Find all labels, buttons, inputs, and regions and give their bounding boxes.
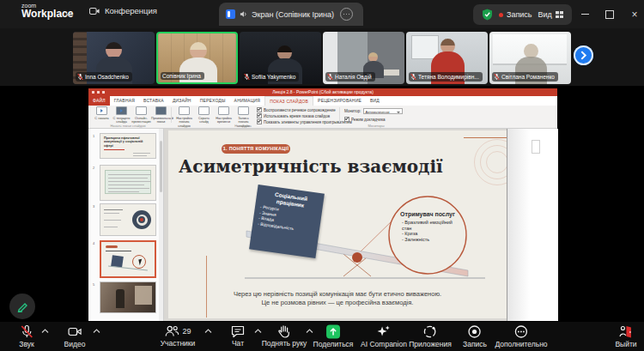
view-grid-icon [556, 11, 563, 18]
raise-hand-button[interactable]: Поднять руку [262, 324, 307, 348]
recipient-circle-item: - Вразливий емоційний стан [397, 220, 459, 231]
more-ellipsis-icon [514, 324, 529, 339]
ribbon-body: С начала С текущего слайда Онлайн-презен… [88, 106, 557, 129]
leave-label: Выйти [615, 340, 636, 348]
hide-slide-icon [198, 106, 210, 115]
ribbon-button-custom-show[interactable]: Произвольный показ [151, 106, 171, 122]
share-screen-label: Поделиться [313, 340, 354, 348]
more-button[interactable]: Дополнительно [495, 324, 547, 348]
record-icon [467, 324, 482, 339]
ribbon-tab-design[interactable]: ДИЗАЙН [168, 96, 196, 106]
security-shield-icon[interactable] [482, 9, 493, 21]
checkbox-icon [257, 107, 262, 112]
slide-thumbnail-3[interactable] [100, 203, 156, 236]
ribbon-button-record-slideshow[interactable]: Запись показа слайдов [234, 106, 253, 122]
participants-options-chevron-icon[interactable] [204, 329, 212, 334]
ai-companion-button[interactable]: AI Companion [361, 324, 407, 348]
recipient-circle-title: Отримувач послуг [397, 211, 459, 218]
video-options-chevron-icon[interactable] [93, 329, 100, 334]
tab-conference[interactable]: Конференция [89, 6, 157, 15]
ribbon-tab-home[interactable]: ГЛАВНАЯ [110, 96, 139, 106]
checkbox-presenter-view[interactable]: Режим докладчика [344, 117, 385, 122]
slide-thumbnail-4-selected[interactable] [100, 240, 156, 278]
thumb5-figure [116, 289, 125, 308]
monitor-label: Монитор: [344, 109, 361, 113]
chat-icon [231, 324, 246, 338]
ribbon-tab-review[interactable]: РЕЦЕНЗИРОВАНИЕ [313, 96, 366, 106]
slide-section-badge: 1. ПОНЯТТЯ КОМУНІКАЦІЇ [222, 144, 290, 154]
record-button[interactable]: Запись [463, 324, 487, 348]
speaker-icon [240, 10, 247, 18]
ribbon-button-from-beginning[interactable]: С начала [92, 106, 112, 122]
mic-muted-icon [327, 73, 333, 81]
thumb5-window [135, 286, 152, 305]
workspace-chevron-down-icon[interactable] [65, 11, 72, 18]
checkbox-play-narrations[interactable]: Воспроизвести речевое сопровождение [257, 107, 336, 112]
chat-button[interactable]: Чат [231, 324, 246, 348]
raise-hand-label: Поднять руку [262, 339, 307, 348]
powerpoint-window-title: Лекція 2.8 - PowerPoint (Сбой активации … [272, 89, 374, 94]
ribbon-tab-view[interactable]: ВИД [366, 96, 384, 106]
ribbon-tab-transitions[interactable]: ПЕРЕХОДЫ [196, 96, 230, 106]
participant-nameplate: Світлана Романенко [492, 72, 558, 82]
video-tile-sofiia[interactable]: Sofiia Yakymenko [240, 32, 321, 84]
mic-muted-icon [244, 73, 250, 81]
ribbon-tab-file[interactable]: ФАЙЛ [88, 96, 110, 106]
apps-button[interactable]: Приложения [409, 324, 452, 348]
view-button[interactable]: Вид [538, 10, 563, 19]
audio-label: Звук [19, 340, 33, 348]
participants-button[interactable]: 29 Участники [161, 324, 196, 348]
ribbon-button-from-current-slide[interactable]: С текущего слайда [112, 106, 131, 122]
ribbon-separator [171, 107, 172, 123]
quick-access-toolbar[interactable] [92, 91, 107, 94]
audio-options-chevron-icon[interactable] [41, 329, 49, 334]
record-label: Запись [463, 340, 487, 348]
recipient-circle-item: - Залежність [397, 237, 459, 243]
ribbon-tab-insert[interactable]: ВСТАВКА [139, 96, 168, 106]
share-tab-more-icon[interactable] [340, 8, 353, 21]
shared-app-icon [226, 9, 235, 19]
slide-thumbnail-1[interactable]: Принципи ефективної комунікації у соціал… [100, 133, 156, 159]
share-screen-button[interactable]: Поделиться [313, 324, 354, 348]
monitor-dropdown[interactable]: Автоматически [363, 108, 403, 114]
video-tile-sopivnyk-active-speaker[interactable]: Сопівник Ірина [156, 32, 238, 84]
video-tile-inna[interactable]: Inna Osadchenko [73, 32, 155, 84]
pencil-icon [16, 300, 28, 312]
monitor-selector[interactable]: Монитор: Автоматически [344, 108, 403, 114]
ribbon-button-setup-slideshow[interactable]: Настройка показа слайдов [174, 106, 194, 122]
video-tile-tetiana[interactable]: Тетяна Володимирівн... [406, 32, 488, 84]
next-participants-button[interactable] [574, 45, 593, 65]
window-maximize-button[interactable] [598, 0, 621, 28]
annotation-pencil-button[interactable] [9, 294, 35, 319]
ribbon-tab-slideshow-active[interactable]: ПОКАЗ СЛАЙДОВ [264, 96, 313, 106]
participant-nameplate: Тетяна Володимирівн... [409, 72, 483, 82]
chat-options-chevron-icon[interactable] [254, 329, 262, 334]
ribbon-button-hide-slide[interactable]: Скрыть слайд [194, 106, 214, 122]
ribbon-button-present-online[interactable]: Онлайн-презентация [131, 106, 151, 122]
ribbon-button-rehearse-timings[interactable]: Настройка времени [214, 106, 234, 122]
participant-nameplate: Сопівник Ірина [161, 72, 204, 80]
ribbon-group-start-slideshow: Начать показ слайдов [94, 124, 162, 128]
slide-thumbnail-2[interactable] [100, 165, 156, 201]
tab-shared-screen[interactable]: Экран (Сопівник Ірина) [219, 3, 363, 26]
checkbox-use-timings[interactable]: Использовать время показа слайдов [257, 113, 330, 118]
video-tile-nataliia[interactable]: Наталія Овдій [323, 32, 404, 84]
participant-name: Тетяна Володимирівн... [418, 74, 479, 80]
participant-name: Inna Osadchenko [85, 74, 129, 80]
video-tile-svitlana[interactable]: Світлана Романенко [489, 32, 571, 84]
ribbon-tab-animations[interactable]: АНИМАЦИЯ [230, 96, 265, 106]
audio-button[interactable]: Звук [19, 324, 33, 348]
view-label: Вид [538, 10, 552, 19]
slide-footer-text: Через цю нерівність позицій комунікація … [168, 290, 507, 307]
participant-name: Sofiia Yakymenko [252, 74, 295, 80]
slide-scrollbar[interactable] [532, 140, 540, 154]
window-close-button[interactable]: × [623, 0, 644, 28]
recording-indicator[interactable]: Запись [499, 10, 532, 19]
window-minimize-button[interactable] [574, 0, 596, 28]
video-button[interactable]: Видео [64, 324, 86, 348]
thumbnail-scrollbar[interactable] [159, 129, 163, 321]
participant-name: Сопівник Ірина [162, 73, 201, 79]
slide-thumbnail-5[interactable] [100, 281, 156, 313]
thumb4-badge [106, 245, 118, 248]
leave-meeting-button[interactable]: Выйти [615, 324, 636, 348]
